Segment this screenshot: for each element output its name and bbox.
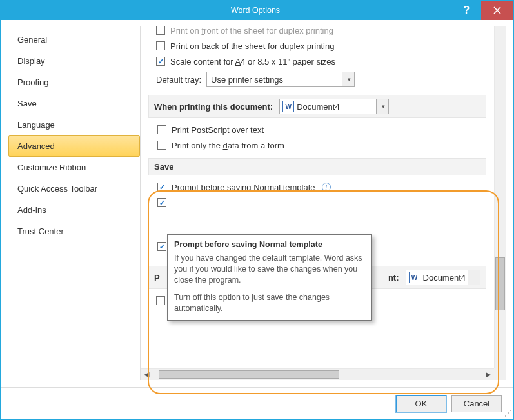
sidebar-item-customize-ribbon[interactable]: Customize Ribbon xyxy=(8,157,140,178)
option-postscript-over-text[interactable]: Print PostScript over text xyxy=(157,122,486,137)
scroll-right-arrow[interactable]: ▶ xyxy=(482,369,494,381)
sidebar-item-label: Save xyxy=(17,99,37,108)
info-icon[interactable]: i xyxy=(322,183,331,192)
option-print-front-duplex[interactable]: Print on front of the sheet for duplex p… xyxy=(156,26,486,38)
dialog-body: General Display Proofing Save Language A… xyxy=(1,20,513,380)
checkbox-checked[interactable] xyxy=(156,57,165,66)
button-label: Cancel xyxy=(464,399,489,408)
fidelity-document-select[interactable]: W Document4 xyxy=(406,270,480,285)
checkbox-unchecked[interactable] xyxy=(156,41,165,50)
dialog-footer: OK Cancel xyxy=(1,387,513,419)
sidebar-item-label: Trust Center xyxy=(17,226,64,236)
category-sidebar: General Display Proofing Save Language A… xyxy=(8,26,141,380)
select-value: Document4 xyxy=(297,102,339,112)
chevron-down-icon: ▾ xyxy=(348,76,351,83)
sidebar-item-addins[interactable]: Add-Ins xyxy=(8,199,140,221)
row-default-tray: Default tray: Use printer settings ▾ xyxy=(156,69,486,90)
sidebar-item-save[interactable]: Save xyxy=(8,93,140,114)
group-when-printing: When printing this document: W Document4… xyxy=(148,95,486,118)
option-label: Print on front of the sheet for duplex p… xyxy=(170,26,333,35)
titlebar: Word Options ? xyxy=(1,1,513,20)
titlebar-controls: ? xyxy=(452,1,513,20)
window-title: Word Options xyxy=(1,6,452,15)
tooltip-body-1: If you have changed the default template… xyxy=(174,253,365,286)
option-scale-content[interactable]: Scale content for A4 or 8.5 x 11" paper … xyxy=(156,54,486,69)
sidebar-item-label: Language xyxy=(17,120,55,130)
checkbox-checked[interactable] xyxy=(157,183,166,192)
word-doc-icon: W xyxy=(409,272,420,283)
option-print-only-form-data[interactable]: Print only the data from a form xyxy=(157,137,486,153)
sidebar-item-language[interactable]: Language xyxy=(8,114,140,135)
checkbox-unchecked[interactable] xyxy=(157,125,166,134)
sidebar-item-label: Advanced xyxy=(17,141,55,151)
scroll-left-arrow[interactable]: ◀ xyxy=(141,369,152,381)
close-icon xyxy=(493,6,501,14)
group-save: Save xyxy=(148,158,486,175)
options-content-pane: Print on front of the sheet for duplex p… xyxy=(141,26,506,380)
option-label: Print PostScript over text xyxy=(172,125,264,135)
scroll-corner xyxy=(494,368,506,380)
sidebar-item-advanced[interactable]: Advanced xyxy=(8,135,140,157)
ok-button[interactable]: OK xyxy=(396,395,446,412)
scrollbar-track[interactable] xyxy=(152,369,482,380)
word-doc-icon: W xyxy=(282,101,294,112)
vertical-scrollbar[interactable] xyxy=(494,26,506,368)
sidebar-item-label: Add-Ins xyxy=(17,205,46,215)
group-title: When printing this document: xyxy=(154,102,273,112)
select-value: Document4 xyxy=(423,273,466,283)
scrollbar-thumb[interactable] xyxy=(495,257,505,310)
option-label: Scale content for A4 or 8.5 x 11" paper … xyxy=(170,57,335,66)
checkbox-checked[interactable] xyxy=(157,198,166,207)
sidebar-item-trust-center[interactable]: Trust Center xyxy=(8,221,140,242)
printing-document-select[interactable]: W Document4 ▾ xyxy=(279,99,389,114)
default-tray-label: Default tray: xyxy=(156,75,201,85)
checkbox-checked[interactable] xyxy=(157,242,166,251)
button-label: OK xyxy=(415,399,428,408)
close-button[interactable] xyxy=(481,1,513,20)
sidebar-item-label: General xyxy=(17,35,47,45)
tooltip-prompt-normal: Prompt before saving Normal template If … xyxy=(167,234,372,321)
default-tray-select[interactable]: Use printer settings ▾ xyxy=(206,72,355,87)
sidebar-item-label: Quick Access Toolbar xyxy=(17,184,97,194)
fidelity-suffix: nt: xyxy=(388,273,399,283)
option-print-back-duplex[interactable]: Print on back of the sheet for duplex pr… xyxy=(156,38,486,54)
sidebar-item-general[interactable]: General xyxy=(8,29,140,50)
group-title: Save xyxy=(154,162,173,172)
sidebar-item-qat[interactable]: Quick Access Toolbar xyxy=(8,178,140,199)
checkbox-unchecked[interactable] xyxy=(157,141,166,150)
tooltip-title: Prompt before saving Normal template xyxy=(174,240,365,249)
option-hidden-1[interactable] xyxy=(157,195,486,210)
option-label: Print only the data from a form xyxy=(172,141,284,150)
option-label: Prompt before saving Normal template xyxy=(172,183,315,192)
group-title: P xyxy=(154,273,160,283)
sidebar-item-proofing[interactable]: Proofing xyxy=(8,72,140,93)
chevron-down-icon: ▾ xyxy=(382,103,385,110)
checkbox-unchecked[interactable] xyxy=(156,296,165,305)
select-value: Use printer settings xyxy=(211,75,283,85)
checkbox-unchecked[interactable] xyxy=(156,26,165,35)
option-prompt-normal-template[interactable]: Prompt before saving Normal template i xyxy=(157,179,486,195)
sidebar-item-label: Display xyxy=(17,56,45,66)
tooltip-body-2: Turn off this option to just save the ch… xyxy=(174,292,365,314)
sidebar-item-display[interactable]: Display xyxy=(8,50,140,72)
help-button[interactable]: ? xyxy=(452,1,481,20)
sidebar-item-label: Customize Ribbon xyxy=(17,163,86,172)
option-label: Print on back of the sheet for duplex pr… xyxy=(170,41,334,51)
horizontal-scrollbar[interactable]: ◀ ▶ xyxy=(141,368,494,380)
word-options-dialog: Word Options ? General Display Proofing … xyxy=(0,0,514,420)
scrollbar-thumb[interactable] xyxy=(159,370,339,379)
resize-grip-icon[interactable]: ⋰ xyxy=(503,409,512,418)
cancel-button[interactable]: Cancel xyxy=(451,395,502,412)
sidebar-item-label: Proofing xyxy=(17,77,48,87)
